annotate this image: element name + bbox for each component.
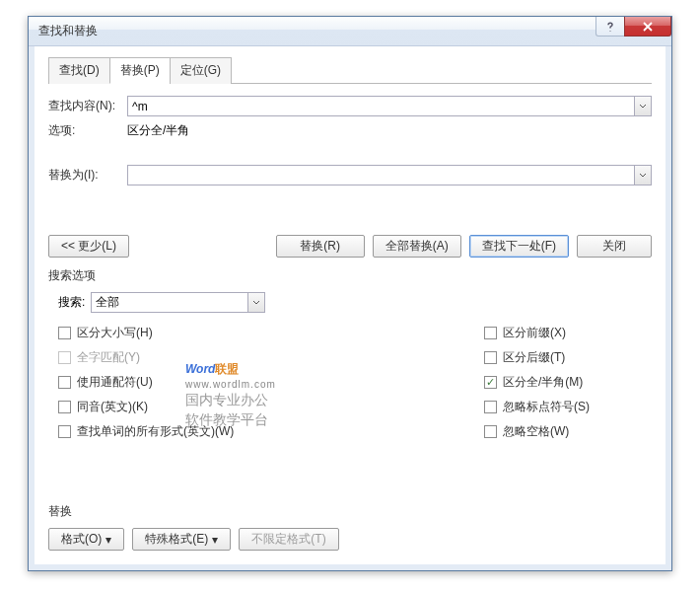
help-icon — [604, 21, 616, 33]
replace-group-label: 替换 — [48, 503, 652, 520]
chevron-down-icon — [252, 299, 260, 307]
options-value: 区分全/半角 — [127, 122, 189, 139]
close-dialog-button[interactable]: 关闭 — [577, 235, 652, 258]
tab-goto[interactable]: 定位(G) — [170, 57, 232, 84]
checkbox-grid: 区分大小写(H) 全字匹配(Y) 使用通配符(U) 同音(英文)(K) 查找单词… — [58, 325, 652, 440]
checkbox-checked-icon — [484, 376, 497, 389]
checkbox-icon — [58, 327, 71, 339]
checkbox-icon — [484, 327, 497, 339]
replace-label: 替换为(I): — [48, 167, 127, 184]
tabstrip: 查找(D) 替换(P) 定位(G) — [48, 56, 652, 84]
format-button[interactable]: 格式(O)▾ — [48, 528, 124, 551]
tab-find[interactable]: 查找(D) — [48, 57, 110, 84]
search-label: 搜索: — [58, 294, 85, 311]
titlebar: 查找和替换 — [29, 17, 671, 46]
check-match-case[interactable]: 区分大小写(H) — [58, 325, 484, 341]
find-combo — [127, 96, 652, 116]
check-whole-word: 全字匹配(Y) — [58, 349, 484, 366]
replace-all-button[interactable]: 全部替换(A) — [373, 235, 461, 258]
checkbox-col-left: 区分大小写(H) 全字匹配(Y) 使用通配符(U) 同音(英文)(K) 查找单词… — [58, 325, 484, 440]
chevron-down-icon — [639, 103, 647, 111]
dialog-window: 查找和替换 查找(D) 替换(P) 定位(G) 查找内容(N): — [28, 16, 672, 571]
find-label: 查找内容(N): — [48, 98, 127, 114]
find-dropdown-button[interactable] — [634, 96, 652, 116]
dialog-body: 查找(D) 替换(P) 定位(G) 查找内容(N): 选项: 区分全/半角 替换… — [29, 46, 671, 570]
tab-replace[interactable]: 替换(P) — [109, 57, 171, 84]
footer-row: 格式(O)▾ 特殊格式(E)▾ 不限定格式(T) — [48, 528, 652, 551]
check-word-forms[interactable]: 查找单词的所有形式(英文)(W) — [58, 423, 484, 440]
replace-dropdown-button[interactable] — [634, 165, 652, 185]
check-sounds-like[interactable]: 同音(英文)(K) — [58, 399, 484, 415]
close-button[interactable] — [624, 17, 671, 37]
check-full-half[interactable]: 区分全/半角(M) — [484, 374, 652, 391]
checkbox-icon — [484, 401, 497, 413]
chevron-down-icon — [639, 172, 647, 180]
options-label: 选项: — [48, 122, 127, 139]
replace-row: 替换为(I): — [48, 165, 652, 185]
search-direction-dropdown[interactable] — [247, 292, 265, 313]
check-suffix[interactable]: 区分后缀(T) — [484, 349, 652, 366]
find-next-button[interactable]: 查找下一处(F) — [469, 235, 569, 258]
search-direction-input[interactable] — [91, 292, 247, 313]
check-prefix[interactable]: 区分前缀(X) — [484, 325, 652, 341]
no-format-button: 不限定格式(T) — [239, 528, 338, 551]
check-ignore-space[interactable]: 忽略空格(W) — [484, 423, 652, 440]
checkbox-icon — [58, 351, 71, 364]
close-icon — [642, 21, 654, 33]
search-direction-row: 搜索: — [58, 292, 652, 313]
checkbox-col-right: 区分前缀(X) 区分后缀(T) 区分全/半角(M) 忽略标点符号(S) 忽略空格… — [484, 325, 652, 440]
replace-button[interactable]: 替换(R) — [276, 235, 365, 258]
checkbox-icon — [58, 401, 71, 413]
find-input[interactable] — [127, 96, 634, 116]
help-button[interactable] — [595, 17, 625, 37]
less-button[interactable]: << 更少(L) — [48, 235, 129, 258]
checkbox-icon — [58, 425, 71, 438]
chevron-down-icon: ▾ — [105, 533, 111, 547]
button-row: << 更少(L) 替换(R) 全部替换(A) 查找下一处(F) 关闭 — [48, 235, 652, 258]
check-ignore-punct[interactable]: 忽略标点符号(S) — [484, 399, 652, 415]
find-row: 查找内容(N): — [48, 96, 652, 116]
chevron-down-icon: ▾ — [212, 533, 218, 547]
replace-input[interactable] — [127, 165, 634, 185]
search-options-label: 搜索选项 — [48, 267, 652, 284]
checkbox-icon — [58, 376, 71, 389]
checkbox-icon — [484, 351, 497, 364]
replace-combo — [127, 165, 652, 185]
titlebar-buttons — [596, 17, 671, 45]
special-button[interactable]: 特殊格式(E)▾ — [132, 528, 231, 551]
search-direction-combo — [91, 292, 265, 313]
window-title: 查找和替换 — [38, 23, 596, 39]
checkbox-icon — [484, 425, 497, 438]
check-wildcards[interactable]: 使用通配符(U) — [58, 374, 484, 391]
options-row: 选项: 区分全/半角 — [48, 122, 652, 139]
